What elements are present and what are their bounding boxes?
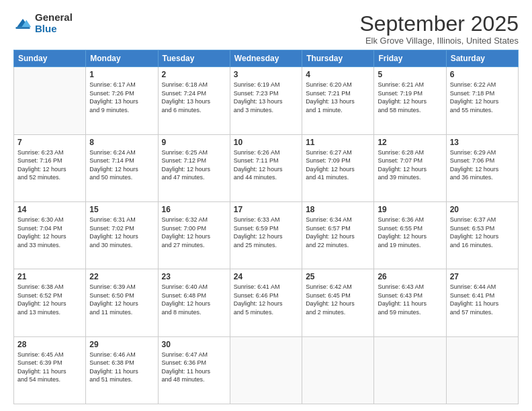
day-number: 20 [450, 205, 515, 214]
day-number: 1 [89, 70, 154, 79]
day-info: Sunrise: 6:41 AMSunset: 6:46 PMDaylight:… [234, 283, 298, 316]
day-number: 3 [234, 70, 298, 79]
day-number: 22 [89, 272, 154, 281]
day-info: Sunrise: 6:25 AMSunset: 7:12 PMDaylight:… [162, 148, 226, 182]
day-info: Sunrise: 6:22 AMSunset: 7:18 PMDaylight:… [450, 81, 515, 114]
day-number: 9 [162, 138, 226, 147]
table-row: 4Sunrise: 6:20 AMSunset: 7:21 PMDaylight… [302, 67, 374, 134]
day-number: 21 [17, 272, 82, 281]
table-row: 17Sunrise: 6:33 AMSunset: 6:59 PMDayligh… [230, 201, 302, 269]
day-number: 14 [17, 205, 82, 214]
day-info: Sunrise: 6:19 AMSunset: 7:23 PMDaylight:… [234, 81, 298, 114]
day-info: Sunrise: 6:39 AMSunset: 6:50 PMDaylight:… [89, 283, 154, 316]
day-info: Sunrise: 6:42 AMSunset: 6:45 PMDaylight:… [306, 283, 370, 316]
header-wednesday: Wednesday [230, 50, 302, 67]
day-info: Sunrise: 6:37 AMSunset: 6:53 PMDaylight:… [450, 216, 515, 249]
day-info: Sunrise: 6:34 AMSunset: 6:57 PMDaylight:… [306, 216, 370, 249]
logo-icon [13, 14, 32, 33]
table-row: 5Sunrise: 6:21 AMSunset: 7:19 PMDaylight… [374, 67, 446, 134]
day-number: 23 [162, 272, 226, 281]
day-number: 2 [162, 70, 226, 79]
day-number: 12 [378, 138, 442, 147]
day-info: Sunrise: 6:31 AMSunset: 7:02 PMDaylight:… [89, 216, 154, 249]
day-number: 16 [162, 205, 226, 214]
table-row [302, 336, 374, 404]
table-row [446, 336, 518, 404]
table-row: 13Sunrise: 6:29 AMSunset: 7:06 PMDayligh… [446, 134, 518, 201]
day-info: Sunrise: 6:20 AMSunset: 7:21 PMDaylight:… [306, 81, 370, 114]
day-info: Sunrise: 6:47 AMSunset: 6:36 PMDaylight:… [162, 351, 226, 384]
table-row: 3Sunrise: 6:19 AMSunset: 7:23 PMDaylight… [230, 67, 302, 134]
day-number: 5 [378, 70, 442, 79]
day-number: 11 [306, 138, 370, 147]
table-row: 18Sunrise: 6:34 AMSunset: 6:57 PMDayligh… [302, 201, 374, 269]
table-row: 15Sunrise: 6:31 AMSunset: 7:02 PMDayligh… [86, 201, 158, 269]
day-number: 13 [450, 138, 515, 147]
table-row: 7Sunrise: 6:23 AMSunset: 7:16 PMDaylight… [14, 134, 86, 201]
day-info: Sunrise: 6:40 AMSunset: 6:48 PMDaylight:… [162, 283, 226, 316]
table-row: 26Sunrise: 6:43 AMSunset: 6:43 PMDayligh… [374, 269, 446, 336]
table-row: 25Sunrise: 6:42 AMSunset: 6:45 PMDayligh… [302, 269, 374, 336]
day-number: 30 [162, 340, 226, 349]
day-number: 10 [234, 138, 298, 147]
table-row: 14Sunrise: 6:30 AMSunset: 7:04 PMDayligh… [14, 201, 86, 269]
logo: General Blue [13, 12, 73, 34]
table-row: 27Sunrise: 6:44 AMSunset: 6:41 PMDayligh… [446, 269, 518, 336]
day-info: Sunrise: 6:27 AMSunset: 7:09 PMDaylight:… [306, 148, 370, 182]
table-row: 30Sunrise: 6:47 AMSunset: 6:36 PMDayligh… [158, 336, 230, 404]
day-number: 24 [234, 272, 298, 281]
table-row: 2Sunrise: 6:18 AMSunset: 7:24 PMDaylight… [158, 67, 230, 134]
day-number: 25 [306, 272, 370, 281]
day-info: Sunrise: 6:30 AMSunset: 7:04 PMDaylight:… [17, 216, 82, 249]
calendar-subtitle: Elk Grove Village, Illinois, United Stat… [359, 36, 519, 46]
day-number: 17 [234, 205, 298, 214]
day-info: Sunrise: 6:46 AMSunset: 6:38 PMDaylight:… [89, 351, 154, 384]
day-info: Sunrise: 6:33 AMSunset: 6:59 PMDaylight:… [234, 216, 298, 249]
table-row: 29Sunrise: 6:46 AMSunset: 6:38 PMDayligh… [86, 336, 158, 404]
day-info: Sunrise: 6:38 AMSunset: 6:52 PMDaylight:… [17, 283, 82, 316]
calendar-table: Sunday Monday Tuesday Wednesday Thursday… [13, 50, 519, 404]
table-row [374, 336, 446, 404]
table-row: 22Sunrise: 6:39 AMSunset: 6:50 PMDayligh… [86, 269, 158, 336]
table-row: 11Sunrise: 6:27 AMSunset: 7:09 PMDayligh… [302, 134, 374, 201]
title-block: September 2025 Elk Grove Village, Illino… [359, 12, 519, 46]
day-info: Sunrise: 6:36 AMSunset: 6:55 PMDaylight:… [378, 216, 442, 249]
day-info: Sunrise: 6:17 AMSunset: 7:26 PMDaylight:… [89, 81, 154, 114]
day-info: Sunrise: 6:43 AMSunset: 6:43 PMDaylight:… [378, 283, 442, 316]
header-tuesday: Tuesday [158, 50, 230, 67]
table-row: 12Sunrise: 6:28 AMSunset: 7:07 PMDayligh… [374, 134, 446, 201]
day-info: Sunrise: 6:21 AMSunset: 7:19 PMDaylight:… [378, 81, 442, 114]
day-number: 29 [89, 340, 154, 349]
svg-rect-3 [16, 27, 30, 29]
day-number: 6 [450, 70, 515, 79]
table-row: 1Sunrise: 6:17 AMSunset: 7:26 PMDaylight… [86, 67, 158, 134]
calendar-title: September 2025 [359, 12, 519, 36]
day-number: 4 [306, 70, 370, 79]
table-row: 21Sunrise: 6:38 AMSunset: 6:52 PMDayligh… [14, 269, 86, 336]
header-monday: Monday [86, 50, 158, 67]
table-row [14, 67, 86, 134]
table-row [230, 336, 302, 404]
table-row: 20Sunrise: 6:37 AMSunset: 6:53 PMDayligh… [446, 201, 518, 269]
header-friday: Friday [374, 50, 446, 67]
day-info: Sunrise: 6:44 AMSunset: 6:41 PMDaylight:… [450, 283, 515, 316]
logo-general-text: General [35, 12, 73, 24]
day-number: 19 [378, 205, 442, 214]
day-info: Sunrise: 6:23 AMSunset: 7:16 PMDaylight:… [17, 148, 82, 182]
table-row: 19Sunrise: 6:36 AMSunset: 6:55 PMDayligh… [374, 201, 446, 269]
table-row: 9Sunrise: 6:25 AMSunset: 7:12 PMDaylight… [158, 134, 230, 201]
day-info: Sunrise: 6:24 AMSunset: 7:14 PMDaylight:… [89, 148, 154, 182]
logo-blue-text: Blue [35, 24, 73, 35]
table-row: 23Sunrise: 6:40 AMSunset: 6:48 PMDayligh… [158, 269, 230, 336]
table-row: 8Sunrise: 6:24 AMSunset: 7:14 PMDaylight… [86, 134, 158, 201]
day-info: Sunrise: 6:29 AMSunset: 7:06 PMDaylight:… [450, 148, 515, 182]
day-info: Sunrise: 6:26 AMSunset: 7:11 PMDaylight:… [234, 148, 298, 182]
table-row: 6Sunrise: 6:22 AMSunset: 7:18 PMDaylight… [446, 67, 518, 134]
table-row: 28Sunrise: 6:45 AMSunset: 6:39 PMDayligh… [14, 336, 86, 404]
day-number: 8 [89, 138, 154, 147]
table-row: 24Sunrise: 6:41 AMSunset: 6:46 PMDayligh… [230, 269, 302, 336]
header-saturday: Saturday [446, 50, 518, 67]
day-info: Sunrise: 6:18 AMSunset: 7:24 PMDaylight:… [162, 81, 226, 114]
day-number: 26 [378, 272, 442, 281]
day-info: Sunrise: 6:32 AMSunset: 7:00 PMDaylight:… [162, 216, 226, 249]
